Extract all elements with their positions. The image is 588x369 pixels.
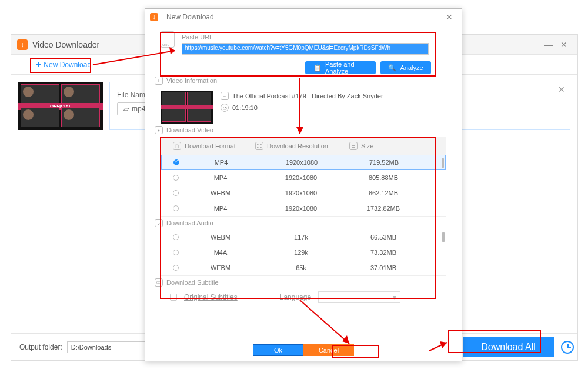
scrollbar[interactable] (442, 158, 444, 168)
video-row[interactable]: MP4 1920x1080 1732.82MB (161, 201, 446, 216)
dialog-close-icon[interactable]: ✕ (442, 11, 457, 23)
paste-icon: 📋 (313, 64, 322, 72)
new-download-button[interactable]: New Download (31, 58, 96, 72)
url-input[interactable]: https://music.youtube.com/watch?v=tY5GM0… (182, 43, 429, 55)
video-row[interactable]: MP4 1920x1080 719.52MB (161, 155, 446, 170)
download-audio-label: Download Audio (166, 220, 213, 227)
orig-subtitles-label[interactable]: Original Subtitles (184, 293, 238, 301)
video-duration: 01:19:10 (232, 104, 258, 111)
ok-button[interactable]: Ok (253, 344, 303, 356)
col-resolution: Download Resolution (267, 142, 328, 149)
row-format: M4A (187, 249, 254, 256)
audio-icon: ♪ (155, 219, 163, 227)
close-button[interactable]: ✕ (556, 39, 572, 51)
download-all-button[interactable]: Download All (463, 337, 554, 357)
cancel-button[interactable]: Cancel (303, 344, 354, 356)
download-video-label: Download Video (166, 127, 213, 134)
row-format: MP4 (188, 159, 255, 166)
audio-row[interactable]: WEBM 65k 37.01MB (161, 260, 446, 275)
audio-row[interactable]: WEBM 117k 66.53MB (161, 230, 446, 245)
row-resolution: 1920x1080 (254, 174, 348, 181)
row-size: 805.88MB (348, 174, 419, 181)
row-bitrate: 65k (254, 264, 348, 271)
orig-subtitles-checkbox[interactable] (170, 294, 177, 301)
row-bitrate: 129k (254, 249, 348, 256)
video-info: ≡The Official Podcast #179_ Directed By … (161, 91, 446, 124)
clock-icon: ◔ (220, 104, 229, 112)
row-size: 1732.82MB (348, 205, 419, 212)
row-bitrate: 117k (254, 234, 348, 241)
video-icon: ▸ (155, 126, 163, 134)
cc-icon: CC (155, 278, 163, 287)
dialog-titlebar: New Download ✕ (145, 9, 462, 25)
row-resolution: 1920x1080 (254, 190, 348, 197)
row-resolution: 1920x1080 (255, 159, 349, 166)
dialog-footer: Ok Cancel (145, 344, 462, 361)
title-icon: ≡ (220, 92, 229, 100)
panel-close-icon[interactable]: ✕ (558, 85, 565, 94)
video-table: ▢Download Format ⛶Download Resolution 🗀S… (161, 137, 446, 217)
row-format: MP4 (187, 174, 254, 181)
dialog-thumbnail (161, 91, 213, 124)
resolution-icon: ⛶ (255, 142, 263, 150)
row-format: MP4 (187, 205, 254, 212)
row-resolution: 1920x1080 (254, 205, 348, 212)
file-icon: ▱ (123, 105, 129, 113)
paste-url-label: Paste URL (182, 34, 213, 41)
video-row[interactable]: MP4 1920x1080 805.88MB (161, 170, 446, 185)
info-icon: i (155, 77, 163, 85)
row-format: WEBM (187, 264, 254, 271)
row-size: 862.12MB (348, 190, 419, 197)
row-format: WEBM (187, 234, 254, 241)
row-size: 73.32MB (348, 249, 419, 256)
radio-icon[interactable] (173, 159, 179, 165)
format-icon: ▢ (173, 142, 181, 150)
col-size: Size (361, 142, 373, 149)
url-icon (161, 31, 175, 48)
download-subtitle-label: Download Subtitle (166, 279, 219, 286)
language-select[interactable]: ▾ (318, 291, 400, 303)
dialog-logo-icon (150, 13, 158, 21)
analyze-button[interactable]: 🔍Analyze (380, 61, 431, 74)
radio-icon[interactable] (173, 250, 179, 255)
audio-table: WEBM 117k 66.53MB M4A 129k 73.32MB WEBM … (161, 230, 446, 276)
video-info-label: Video Information (166, 77, 217, 84)
radio-icon[interactable] (173, 190, 179, 196)
size-icon: 🗀 (349, 142, 358, 150)
radio-icon[interactable] (173, 234, 179, 240)
video-row[interactable]: WEBM 1920x1080 862.12MB (161, 185, 446, 201)
video-title: The Official Podcast #179_ Directed By Z… (232, 92, 383, 99)
video-thumbnail: OFFICIAL (18, 82, 103, 130)
row-format: WEBM (187, 190, 254, 197)
col-format: Download Format (185, 142, 236, 149)
radio-icon[interactable] (173, 205, 179, 211)
row-size: 37.01MB (348, 264, 419, 271)
new-download-dialog: New Download ✕ Paste URL https://music.y… (145, 8, 462, 361)
app-logo-icon (17, 39, 28, 50)
paste-analyze-button[interactable]: 📋Paste and Analyze (305, 61, 376, 74)
row-size: 719.52MB (349, 159, 419, 166)
row-size: 66.53MB (348, 234, 419, 241)
search-icon: 🔍 (388, 64, 396, 72)
radio-icon[interactable] (173, 265, 179, 271)
radio-icon[interactable] (173, 175, 179, 181)
scheduler-icon[interactable] (561, 341, 574, 354)
minimize-button[interactable]: — (541, 39, 556, 51)
language-label: Language (280, 293, 311, 301)
audio-row[interactable]: M4A 129k 73.32MB (161, 245, 446, 260)
dialog-title: New Download (166, 13, 442, 21)
output-folder-label: Output folder: (19, 343, 62, 351)
scrollbar[interactable] (442, 232, 445, 242)
